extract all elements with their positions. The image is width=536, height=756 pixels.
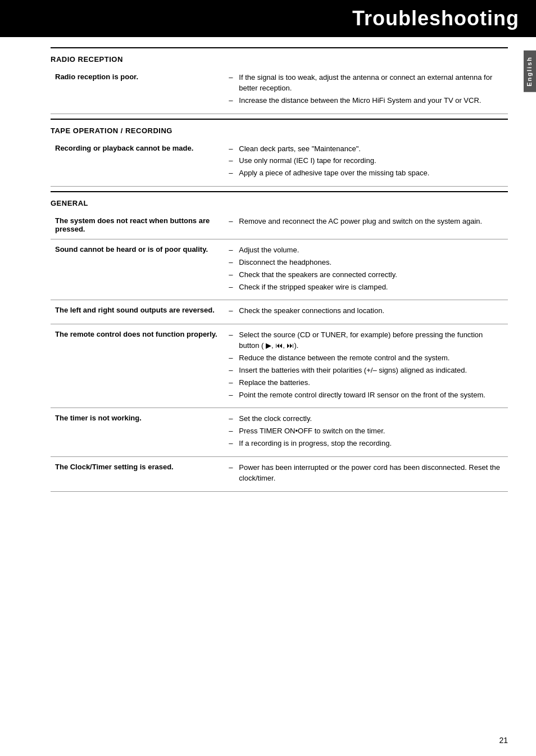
list-item: Adjust the volume. bbox=[229, 245, 503, 256]
list-item: Disconnect the headphones. bbox=[229, 257, 503, 268]
solution-list: If the signal is too weak, adjust the an… bbox=[229, 73, 503, 106]
problem-cell: Recording or playback cannot be made. bbox=[51, 138, 224, 187]
list-item: Press TIMER ON•OFF to switch on the time… bbox=[229, 426, 503, 437]
table-row: The remote control does not function pro… bbox=[51, 324, 508, 408]
solution-cell: Select the source (CD or TUNER, for exam… bbox=[224, 324, 508, 408]
list-item: Power has been interrupted or the power … bbox=[229, 463, 503, 484]
list-item: Check if the stripped speaker wire is cl… bbox=[229, 282, 503, 293]
solution-list: Clean deck parts, see "Maintenance". Use… bbox=[229, 144, 503, 179]
problem-cell: Sound cannot be heard or is of poor qual… bbox=[51, 239, 224, 300]
solution-cell: Clean deck parts, see "Maintenance". Use… bbox=[224, 138, 508, 187]
problem-cell: The timer is not working. bbox=[51, 408, 224, 457]
problem-cell: The remote control does not function pro… bbox=[51, 324, 224, 408]
section-header-general: GENERAL bbox=[51, 191, 508, 211]
table-row: Sound cannot be heard or is of poor qual… bbox=[51, 239, 508, 300]
list-item: Select the source (CD or TUNER, for exam… bbox=[229, 330, 503, 351]
list-item: Reduce the distance between the remote c… bbox=[229, 353, 503, 364]
problem-cell: The left and right sound outputs are rev… bbox=[51, 300, 224, 324]
list-item: Set the clock correctly. bbox=[229, 414, 503, 424]
page: Troubleshooting English RADIO RECEPTION … bbox=[0, 0, 536, 756]
general-table: The system does not react when buttons a… bbox=[51, 211, 508, 492]
solution-cell: Check the speaker connections and locati… bbox=[224, 300, 508, 324]
solution-cell: Power has been interrupted or the power … bbox=[224, 456, 508, 491]
list-item: Clean deck parts, see "Maintenance". bbox=[229, 144, 503, 155]
page-number: 21 bbox=[499, 736, 508, 745]
list-item: Point the remote control directly toward… bbox=[229, 390, 503, 401]
radio-table: Radio reception is poor. If the signal i… bbox=[51, 67, 508, 114]
list-item: If a recording is in progress, stop the … bbox=[229, 438, 503, 449]
solution-list: Adjust the volume. Disconnect the headph… bbox=[229, 245, 503, 292]
section-header-radio: RADIO RECEPTION bbox=[51, 47, 508, 67]
solution-list: Remove and reconnect the AC power plug a… bbox=[229, 216, 503, 227]
table-row: Recording or playback cannot be made. Cl… bbox=[51, 138, 508, 187]
page-title: Troubleshooting bbox=[352, 7, 519, 30]
solution-list: Set the clock correctly. Press TIMER ON•… bbox=[229, 414, 503, 449]
list-item: Insert the batteries with their polariti… bbox=[229, 365, 503, 376]
table-row: The Clock/Timer setting is erased. Power… bbox=[51, 456, 508, 491]
list-item: Replace the batteries. bbox=[229, 378, 503, 388]
list-item: Increase the distance between the Micro … bbox=[229, 96, 503, 106]
solution-list: Select the source (CD or TUNER, for exam… bbox=[229, 330, 503, 400]
list-item: Remove and reconnect the AC power plug a… bbox=[229, 216, 503, 227]
table-row: Radio reception is poor. If the signal i… bbox=[51, 67, 508, 114]
main-content: RADIO RECEPTION Radio reception is poor.… bbox=[0, 37, 536, 509]
solution-cell: If the signal is too weak, adjust the an… bbox=[224, 67, 508, 114]
section-header-tape: TAPE OPERATION / RECORDING bbox=[51, 119, 508, 138]
table-row: The left and right sound outputs are rev… bbox=[51, 300, 508, 324]
list-item: If the signal is too weak, adjust the an… bbox=[229, 73, 503, 94]
title-bar: Troubleshooting bbox=[0, 0, 536, 37]
tape-table: Recording or playback cannot be made. Cl… bbox=[51, 138, 508, 187]
list-item: Check the speaker connections and locati… bbox=[229, 306, 503, 316]
list-item: Use only normal (IEC I) tape for recordi… bbox=[229, 156, 503, 166]
solution-cell: Set the clock correctly. Press TIMER ON•… bbox=[224, 408, 508, 457]
table-row: The timer is not working. Set the clock … bbox=[51, 408, 508, 457]
solution-list: Check the speaker connections and locati… bbox=[229, 306, 503, 316]
list-item: Check that the speakers are connected co… bbox=[229, 270, 503, 280]
table-row: The system does not react when buttons a… bbox=[51, 211, 508, 239]
problem-cell: Radio reception is poor. bbox=[51, 67, 224, 114]
solution-cell: Remove and reconnect the AC power plug a… bbox=[224, 211, 508, 239]
solution-cell: Adjust the volume. Disconnect the headph… bbox=[224, 239, 508, 300]
problem-cell: The system does not react when buttons a… bbox=[51, 211, 224, 239]
problem-cell: The Clock/Timer setting is erased. bbox=[51, 456, 224, 491]
language-tab: English bbox=[524, 51, 536, 92]
list-item: Apply a piece of adhesive tape over the … bbox=[229, 168, 503, 179]
solution-list: Power has been interrupted or the power … bbox=[229, 463, 503, 484]
